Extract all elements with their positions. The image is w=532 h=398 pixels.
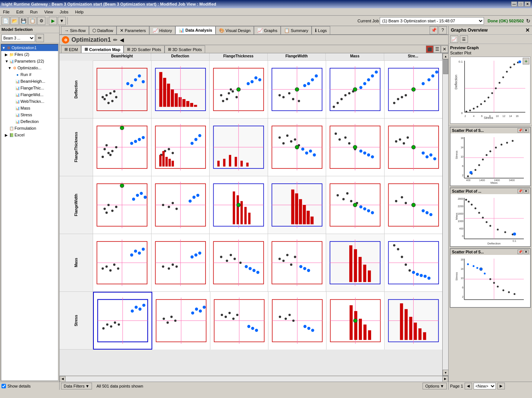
- tree-node-optimization1[interactable]: ▼ ⚙ Optimization1: [1, 44, 58, 51]
- cell-stress-deflection[interactable]: [152, 292, 210, 350]
- configure-scatter-btn[interactable]: ⬛: [426, 45, 433, 53]
- horizontal-scrollbar[interactable]: ◀ ▶: [60, 376, 448, 382]
- table-view-btn[interactable]: ☰: [433, 45, 441, 53]
- cell-deflection-stress[interactable]: [385, 61, 443, 118]
- sub-tab-2d-scatter[interactable]: ⊞ 2D Scatter Plots: [124, 45, 164, 53]
- sub-tab-correlation-map[interactable]: ⊞ Correlation Map: [81, 45, 124, 53]
- tree-node-files[interactable]: ▶ 📁 Files (2): [4, 51, 58, 58]
- cell-stress-mass[interactable]: [326, 292, 385, 350]
- new-btn[interactable]: 📄: [1, 17, 10, 25]
- scroll-down-btn[interactable]: ▼: [443, 370, 448, 376]
- cell-deflection-beamheight[interactable]: [93, 61, 152, 118]
- cell-fw-flangethickness[interactable]: [210, 176, 268, 234]
- sub-tab-edm[interactable]: ⊞ EDM: [61, 45, 81, 53]
- refresh-btn[interactable]: ↻: [526, 18, 531, 24]
- model-edit-btn[interactable]: ✏: [36, 34, 44, 42]
- tab-graphs[interactable]: 📈 Graphs: [254, 26, 281, 34]
- options-btn[interactable]: Options ▼: [423, 383, 447, 389]
- settings-btn[interactable]: ⚙: [37, 17, 45, 25]
- mini-scatter-close-btn-1[interactable]: ✕: [523, 128, 529, 133]
- copy-btn[interactable]: 📋: [28, 17, 36, 25]
- cell-deflection-flangewidth[interactable]: [268, 61, 326, 118]
- tab-summary[interactable]: 📋 Summary: [281, 26, 312, 34]
- h-scroll-track[interactable]: [66, 376, 442, 382]
- cell-stress-flangethickness[interactable]: [210, 292, 268, 350]
- cell-mass-beamheight[interactable]: [93, 234, 152, 291]
- tree-node-deflection[interactable]: 📊 Deflection: [10, 118, 58, 125]
- save-btn[interactable]: 💾: [19, 17, 28, 25]
- opt-back-btn[interactable]: ◀: [120, 37, 124, 43]
- cell-ft-beamheight[interactable]: [93, 119, 152, 176]
- pin-btn[interactable]: 📌: [430, 26, 438, 34]
- scroll-right-btn[interactable]: ▶: [442, 376, 448, 382]
- open-btn[interactable]: 📂: [10, 17, 19, 25]
- tree-node-flangewid[interactable]: 📊 FlangeWid...: [10, 91, 58, 98]
- rp-chart-btn[interactable]: 📈: [450, 35, 458, 43]
- filter-btn[interactable]: ✕: [441, 45, 448, 53]
- menu-edit[interactable]: Edit: [15, 10, 25, 14]
- tree-node-optimizatio[interactable]: ▼ ⚙ Optimizatio...: [7, 64, 58, 71]
- cell-ft-deflection[interactable]: [152, 119, 210, 176]
- cell-fw-deflection[interactable]: [152, 176, 210, 234]
- tree-node-mass[interactable]: 📊 Mass: [10, 105, 58, 111]
- cell-stress-flangewidth[interactable]: [268, 292, 326, 350]
- tab-visual-design[interactable]: 🎨 Visual Design: [216, 26, 254, 34]
- opt-edit-btn[interactable]: ✏: [113, 37, 118, 43]
- menu-run[interactable]: Run: [29, 10, 39, 14]
- scroll-thumb[interactable]: [443, 59, 448, 74]
- cell-mass-flangewidth[interactable]: [268, 234, 326, 291]
- cell-fw-stress[interactable]: [385, 176, 443, 234]
- tree-node-stress[interactable]: 📊 Stress: [10, 111, 58, 118]
- next-page-btn[interactable]: ▶: [497, 383, 505, 389]
- tree-node-formulation[interactable]: 📋 Formulation: [4, 125, 58, 132]
- maximize-btn[interactable]: □: [518, 1, 524, 7]
- minimize-btn[interactable]: —: [511, 1, 517, 7]
- menu-file[interactable]: File: [1, 10, 11, 14]
- menu-view[interactable]: View: [43, 10, 55, 14]
- menu-jobs[interactable]: Jobs: [58, 10, 70, 14]
- rp-table-btn[interactable]: ☰: [460, 35, 468, 43]
- data-filters-btn[interactable]: Data Filters ▼: [61, 383, 92, 389]
- cell-deflection-mass[interactable]: [326, 61, 385, 118]
- prev-page-btn[interactable]: ◀: [465, 383, 472, 389]
- tab-history[interactable]: 📈 History: [149, 26, 175, 34]
- mini-scatter-pin-btn-2[interactable]: 📌: [517, 189, 523, 193]
- play-btn[interactable]: ▶: [49, 17, 57, 25]
- play-options-btn[interactable]: ▼: [58, 17, 66, 25]
- cell-deflection-flangethickness[interactable]: [210, 61, 268, 118]
- cell-fw-beamheight[interactable]: [93, 176, 152, 234]
- tree-node-flangethic[interactable]: 📊 FlangeThic...: [10, 85, 58, 91]
- menu-help[interactable]: Help: [74, 10, 85, 14]
- scroll-track[interactable]: [443, 59, 448, 370]
- model-dropdown[interactable]: Beam 3 ...: [1, 34, 35, 42]
- tab-simflow[interactable]: → Sim-flow: [61, 26, 89, 34]
- cell-fw-mass[interactable]: [326, 176, 385, 234]
- help-btn[interactable]: ?: [439, 26, 447, 34]
- tab-parameters[interactable]: ✕ Parameters: [117, 26, 149, 34]
- cell-mass-deflection[interactable]: [152, 234, 210, 291]
- cell-ft-stress[interactable]: [385, 119, 443, 176]
- cell-mass-stress[interactable]: [385, 234, 443, 291]
- cell-stress-beamheight[interactable]: [93, 292, 152, 350]
- mini-scatter-close-btn-3[interactable]: ✕: [523, 250, 529, 254]
- mini-scatter-close-btn-2[interactable]: ✕: [523, 189, 529, 193]
- new-page-select[interactable]: <New>: [474, 383, 496, 389]
- tree-node-run[interactable]: ● Run #: [10, 71, 58, 78]
- scroll-left-btn[interactable]: ◀: [60, 376, 66, 382]
- add-graph-btn[interactable]: +: [523, 58, 529, 64]
- show-details-checkbox[interactable]: [1, 384, 6, 388]
- cell-ft-flangewidth[interactable]: [268, 119, 326, 176]
- close-window-btn[interactable]: ✕: [525, 1, 531, 7]
- mini-scatter-pin-btn[interactable]: 📌: [517, 128, 523, 133]
- close-right-panel-btn[interactable]: ✕: [525, 27, 530, 33]
- tree-node-beamheight[interactable]: 📊 BeamHeigh...: [10, 78, 58, 85]
- tab-dataflow[interactable]: ⬡ Dataflow: [89, 26, 117, 34]
- tree-node-parameters[interactable]: ▼ 📊 Parameters (22): [4, 58, 58, 64]
- cell-ft-mass[interactable]: [326, 119, 385, 176]
- tab-logs[interactable]: ℹ Logs: [312, 26, 330, 34]
- tree-node-webthick[interactable]: 📊 WebThickn...: [10, 98, 58, 105]
- vertical-scrollbar[interactable]: ▲ ▼: [442, 53, 448, 376]
- mini-scatter-pin-btn-3[interactable]: 📌: [517, 250, 523, 254]
- tab-data-analysis[interactable]: 📊 Data Analysis: [175, 26, 216, 34]
- scroll-up-btn[interactable]: ▲: [443, 53, 448, 59]
